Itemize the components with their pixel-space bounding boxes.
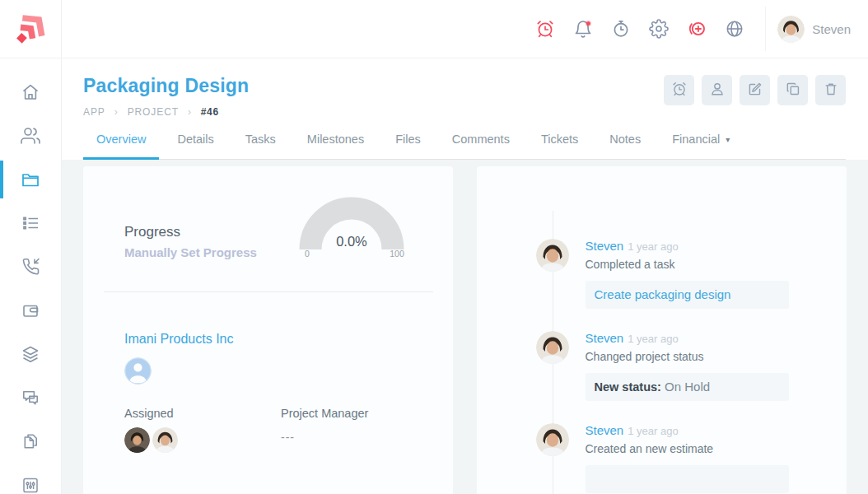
- header-divider: [0, 58, 868, 58]
- timeline-action: Created an new estimate: [586, 442, 847, 455]
- duplicate-button[interactable]: [777, 75, 808, 105]
- overview-cards: Progress Manually Set Progress 0.0% 0 10…: [62, 160, 868, 494]
- tab-tasks[interactable]: Tasks: [232, 133, 289, 160]
- timeline-timestamp: 1 year ago: [628, 425, 678, 437]
- timeline-timestamp: 1 year ago: [628, 240, 678, 253]
- quick-add-icon[interactable]: [687, 19, 707, 39]
- tab-tickets[interactable]: Tickets: [528, 133, 591, 160]
- timeline-user-link[interactable]: Steven: [586, 423, 624, 437]
- notifications-bell-icon[interactable]: [573, 19, 593, 39]
- chevron-down-icon: ▾: [726, 135, 730, 144]
- assigned-user-avatar[interactable]: [124, 427, 150, 453]
- user-avatar[interactable]: [536, 423, 569, 456]
- progress-gauge: 0.0% 0 100: [296, 189, 407, 258]
- edit-pencil-icon: [747, 81, 763, 100]
- timeline-entry: Steven1 year ago Changed project status …: [477, 331, 847, 403]
- progress-title: Progress: [124, 224, 257, 240]
- page-title: Packaging Design: [83, 75, 249, 97]
- app-window: Steven: [0, 0, 868, 494]
- breadcrumb: APP › PROJECT › #46: [83, 106, 249, 118]
- sidebar-item-tasks[interactable]: [0, 213, 60, 233]
- client-avatar[interactable]: [124, 357, 152, 384]
- header-actions: Steven: [517, 0, 868, 58]
- activity-card: Steven1 year ago Completed a task Create…: [477, 166, 847, 494]
- timeline-timestamp: 1 year ago: [628, 333, 678, 345]
- project-tabs: Overview Details Tasks Milestones Files …: [83, 133, 846, 160]
- timeline-action: Changed project status: [586, 350, 847, 363]
- timeline-detail-box: [586, 465, 789, 493]
- timeline-entry: Steven1 year ago Created an new estimate: [477, 423, 847, 494]
- page-action-buttons: [664, 75, 846, 105]
- time-tracker-icon[interactable]: [611, 19, 631, 39]
- sidebar-item-layers[interactable]: [0, 344, 60, 364]
- sidebar: [0, 0, 62, 494]
- tab-comments[interactable]: Comments: [439, 133, 523, 160]
- timeline-user-link[interactable]: Steven: [586, 331, 624, 345]
- assign-user-button[interactable]: [702, 75, 732, 105]
- tab-financial[interactable]: Financial▾: [659, 133, 743, 160]
- timeline-task-link[interactable]: Create packaging design: [586, 281, 789, 309]
- tab-files[interactable]: Files: [382, 133, 434, 160]
- sidebar-item-documents[interactable]: [0, 431, 60, 451]
- delete-button[interactable]: [815, 75, 846, 105]
- sidebar-item-payments[interactable]: [0, 301, 60, 320]
- tab-details[interactable]: Details: [164, 133, 226, 160]
- sidebar-item-projects[interactable]: [0, 170, 60, 189]
- trash-icon: [823, 81, 839, 100]
- user-icon: [709, 81, 726, 100]
- timeline-entry: Steven1 year ago Completed a task Create…: [477, 239, 847, 311]
- breadcrumb-project[interactable]: PROJECT: [128, 106, 179, 118]
- header-separator: [765, 7, 766, 51]
- user-avatar[interactable]: [536, 239, 569, 272]
- activity-timeline: Steven1 year ago Completed a task Create…: [477, 166, 847, 494]
- header-user-name[interactable]: Steven: [812, 22, 851, 36]
- main-content: Packaging Design APP › PROJECT › #46: [62, 58, 868, 494]
- gauge-value-label: 0.0%: [336, 234, 367, 249]
- gauge-min-label: 0: [305, 249, 310, 258]
- client-name-link[interactable]: Imani Products Inc: [124, 332, 412, 347]
- gauge-max-label: 100: [390, 249, 404, 258]
- assigned-label: Assigned: [124, 407, 281, 420]
- sidebar-item-messages[interactable]: [0, 388, 60, 408]
- breadcrumb-current: #46: [201, 106, 219, 118]
- status-label: New status:: [595, 380, 661, 394]
- sidebar-nav: [0, 82, 60, 494]
- alarm-clock-icon: [671, 81, 688, 100]
- breadcrumb-separator: ›: [114, 106, 119, 118]
- user-avatar[interactable]: [777, 16, 805, 43]
- sidebar-item-contacts[interactable]: [0, 126, 60, 146]
- edit-button[interactable]: [740, 75, 770, 105]
- language-globe-icon[interactable]: [725, 19, 744, 39]
- page-header: Packaging Design APP › PROJECT › #46: [62, 58, 868, 160]
- timeline-action: Completed a task: [586, 258, 847, 271]
- project-manager-label: Project Manager: [281, 407, 368, 420]
- settings-gear-icon[interactable]: [649, 19, 669, 39]
- app-logo-icon[interactable]: [11, 9, 50, 49]
- project-manager-value: ---: [281, 431, 368, 444]
- tab-notes[interactable]: Notes: [596, 133, 654, 160]
- alarm-clock-icon[interactable]: [535, 19, 555, 39]
- reminder-button[interactable]: [664, 75, 694, 105]
- tab-milestones[interactable]: Milestones: [294, 133, 377, 160]
- status-value: On Hold: [665, 380, 710, 394]
- user-avatar[interactable]: [536, 331, 569, 364]
- assigned-avatars: [124, 427, 281, 453]
- tab-overview[interactable]: Overview: [83, 133, 159, 160]
- progress-subtitle: Manually Set Progress: [124, 245, 257, 259]
- timeline-status-box: New status: On Hold: [586, 373, 789, 401]
- copy-icon: [785, 81, 801, 100]
- assigned-user-avatar[interactable]: [152, 427, 178, 453]
- sidebar-item-home[interactable]: [0, 82, 60, 102]
- breadcrumb-app[interactable]: APP: [83, 106, 105, 118]
- sidebar-item-calls[interactable]: [0, 257, 60, 277]
- progress-card: Progress Manually Set Progress 0.0% 0 10…: [83, 166, 453, 494]
- sidebar-item-settings-sliders[interactable]: [0, 475, 60, 494]
- timeline-user-link[interactable]: Steven: [586, 239, 624, 253]
- breadcrumb-separator: ›: [188, 106, 192, 118]
